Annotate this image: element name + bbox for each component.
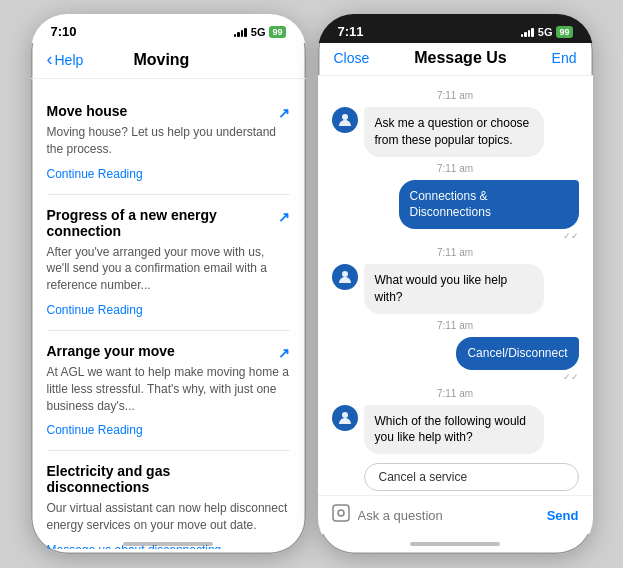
signal-icon-right — [521, 27, 534, 37]
article-card-2[interactable]: Arrange your move At AGL we want to help… — [47, 331, 290, 451]
articles-list: Move house Moving house? Let us help you… — [31, 79, 306, 549]
end-button[interactable]: End — [552, 50, 577, 66]
bubble-bot-9: Which of the following would you like he… — [364, 405, 544, 455]
bot-message-1: Ask me a question or choose from these p… — [332, 107, 579, 157]
battery-left: 99 — [269, 26, 285, 38]
user-message-3: Connections & Disconnections ✓✓ — [332, 180, 579, 242]
bubble-user-3: Connections & Disconnections — [399, 180, 579, 230]
article-desc-1: After you've arranged your move with us,… — [47, 244, 290, 294]
attach-icon[interactable] — [332, 504, 350, 526]
option-cancel-service[interactable]: Cancel a service — [364, 463, 579, 491]
article-link-2[interactable]: Continue Reading — [47, 423, 143, 437]
timestamp-4: 7:11 am — [332, 247, 579, 258]
svg-point-0 — [342, 114, 348, 120]
article-desc-2: At AGL we want to help make moving home … — [47, 364, 290, 414]
article-desc-3: Our virtual assistant can now help disco… — [47, 500, 290, 534]
article-title-0: Move house — [47, 103, 290, 119]
chat-input-bar: Send — [318, 495, 593, 534]
chat-nav: Close Message Us End — [318, 43, 593, 76]
bot-avatar-9 — [332, 405, 358, 431]
home-indicator-right — [318, 536, 593, 554]
bubble-bot-1: Ask me a question or choose from these p… — [364, 107, 544, 157]
options-group: Cancel a service Check recent request So… — [364, 460, 579, 496]
chat-body: 7:11 am Ask me a question or choose from… — [318, 76, 593, 496]
svg-rect-3 — [333, 505, 349, 521]
article-card-0[interactable]: Move house Moving house? Let us help you… — [47, 91, 290, 195]
article-title-3: Electricity and gas disconnections — [47, 463, 290, 495]
bot-avatar — [332, 107, 358, 133]
article-card-1[interactable]: Progress of a new energy connection Afte… — [47, 195, 290, 331]
battery-right: 99 — [556, 26, 572, 38]
svg-point-4 — [338, 510, 344, 516]
bubble-user-7: Cancel/Disconnect — [456, 337, 578, 370]
back-label: Help — [55, 52, 84, 68]
timestamp-2: 7:11 am — [332, 163, 579, 174]
time-left: 7:10 — [51, 24, 77, 39]
tick-7: ✓✓ — [563, 372, 579, 382]
send-button[interactable]: Send — [547, 508, 579, 523]
arrow-icon-1: ↗ — [278, 209, 290, 225]
article-desc-0: Moving house? Let us help you understand… — [47, 124, 290, 158]
signal-icon-left — [234, 27, 247, 37]
timestamp-8: 7:11 am — [332, 388, 579, 399]
status-icons-right: 5G 99 — [521, 26, 573, 38]
user-message-7: Cancel/Disconnect ✓✓ — [332, 337, 579, 382]
chat-input-field[interactable] — [358, 508, 539, 523]
network-left: 5G — [251, 26, 266, 38]
right-phone: 7:11 5G 99 Close Message Us End 7:11 a — [318, 14, 593, 554]
article-link-0[interactable]: Continue Reading — [47, 167, 143, 181]
back-button[interactable]: ‹ Help — [47, 49, 84, 70]
nav-bar-left: ‹ Help Moving — [31, 43, 306, 79]
status-icons-left: 5G 99 — [234, 26, 286, 38]
home-indicator-left — [31, 536, 306, 554]
network-right: 5G — [538, 26, 553, 38]
article-link-1[interactable]: Continue Reading — [47, 303, 143, 317]
timestamp-0: 7:11 am — [332, 90, 579, 101]
bot-message-9: Which of the following would you like he… — [332, 405, 579, 455]
article-card-3[interactable]: Electricity and gas disconnections Our v… — [47, 451, 290, 549]
svg-point-1 — [342, 271, 348, 277]
chat-title: Message Us — [414, 49, 507, 67]
left-phone: 7:10 5G 99 ‹ Help Moving — [31, 14, 306, 554]
status-bar-right: 7:11 5G 99 — [318, 14, 593, 43]
article-title-1: Progress of a new energy connection — [47, 207, 290, 239]
timestamp-6: 7:11 am — [332, 320, 579, 331]
close-button[interactable]: Close — [334, 50, 370, 66]
chevron-left-icon: ‹ — [47, 49, 53, 70]
page-title-left: Moving — [133, 51, 189, 69]
arrow-icon-0: ↗ — [278, 105, 290, 121]
bubble-bot-5: What would you like help with? — [364, 264, 544, 314]
bot-avatar-5 — [332, 264, 358, 290]
article-title-2: Arrange your move — [47, 343, 290, 359]
svg-point-2 — [342, 412, 348, 418]
arrow-icon-2: ↗ — [278, 345, 290, 361]
time-right: 7:11 — [338, 24, 364, 39]
status-bar-left: 7:10 5G 99 — [31, 14, 306, 43]
tick-3: ✓✓ — [563, 231, 579, 241]
bot-message-5: What would you like help with? — [332, 264, 579, 314]
